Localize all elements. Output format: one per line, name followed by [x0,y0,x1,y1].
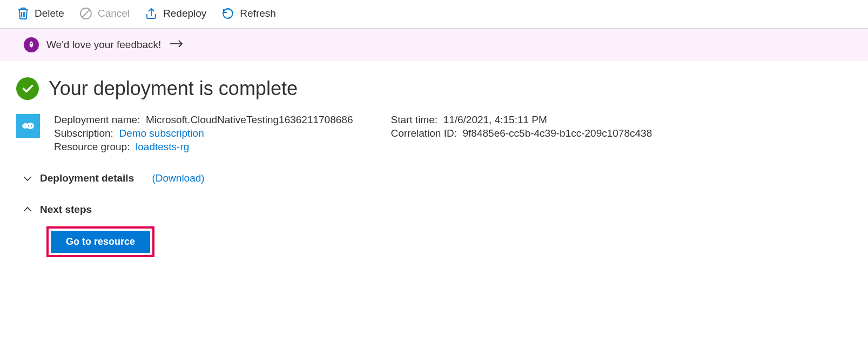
detail-col-right: Start time: 11/6/2021, 4:15:11 PM Correl… [391,114,652,153]
redeploy-icon [145,6,158,21]
detail-columns: Deployment name: Microsoft.CloudNativeTe… [54,114,852,153]
start-time-value: 11/6/2021, 4:15:11 PM [443,114,547,125]
arrow-right-icon [170,39,184,51]
refresh-label: Refresh [240,8,276,19]
cancel-icon [79,7,92,20]
toolbar: Delete Cancel Redeploy [0,0,868,29]
detail-row: Deployment name: Microsoft.CloudNativeTe… [16,114,852,153]
go-to-resource-button[interactable]: Go to resource [51,231,150,253]
cancel-button: Cancel [79,7,130,20]
resource-group-label: Resource group: [54,141,130,152]
trash-icon [17,7,29,20]
download-link[interactable]: (Download) [152,172,205,184]
rocket-icon [24,37,39,52]
resource-group-link[interactable]: loadtests-rg [136,141,189,152]
cancel-label: Cancel [98,8,130,19]
next-steps-section[interactable]: Next steps [23,204,852,216]
refresh-button[interactable]: Refresh [221,7,276,20]
start-time-label: Start time: [391,114,438,125]
deployment-details-section[interactable]: Deployment details (Download) [23,172,852,184]
subscription-label: Subscription: [54,128,113,139]
svg-point-3 [26,123,34,129]
delete-label: Delete [35,8,64,19]
feedback-bar: We'd love your feedback! [0,29,868,61]
deployment-name-value: Microsoft.CloudNativeTesting163621170868… [146,114,353,125]
header-row: Your deployment is complete [16,77,852,100]
chevron-up-icon [23,206,32,213]
chevron-down-icon [23,175,32,182]
deployment-name-label: Deployment name: [54,114,140,125]
correlation-id-value: 9f8485e6-cc5b-4c39-b1cc-209c1078c438 [463,128,652,139]
next-steps-title: Next steps [40,204,92,216]
svg-point-5 [31,125,32,126]
content: Your deployment is complete Deployment n… [0,61,868,273]
svg-point-4 [28,125,29,126]
delete-button[interactable]: Delete [17,7,64,20]
redeploy-label: Redeploy [163,8,206,19]
deployment-details-title: Deployment details [40,172,134,184]
success-check-icon [16,77,39,100]
go-to-resource-highlight: Go to resource [46,226,154,257]
feedback-link[interactable]: We'd love your feedback! [46,39,184,51]
detail-col-left: Deployment name: Microsoft.CloudNativeTe… [54,114,353,153]
page-title: Your deployment is complete [49,77,298,100]
resource-icon [16,114,40,138]
correlation-id-label: Correlation ID: [391,128,457,139]
feedback-text: We'd love your feedback! [46,39,161,51]
refresh-icon [221,7,234,20]
redeploy-button[interactable]: Redeploy [145,6,206,21]
svg-point-1 [31,43,32,45]
subscription-link[interactable]: Demo subscription [119,128,204,139]
